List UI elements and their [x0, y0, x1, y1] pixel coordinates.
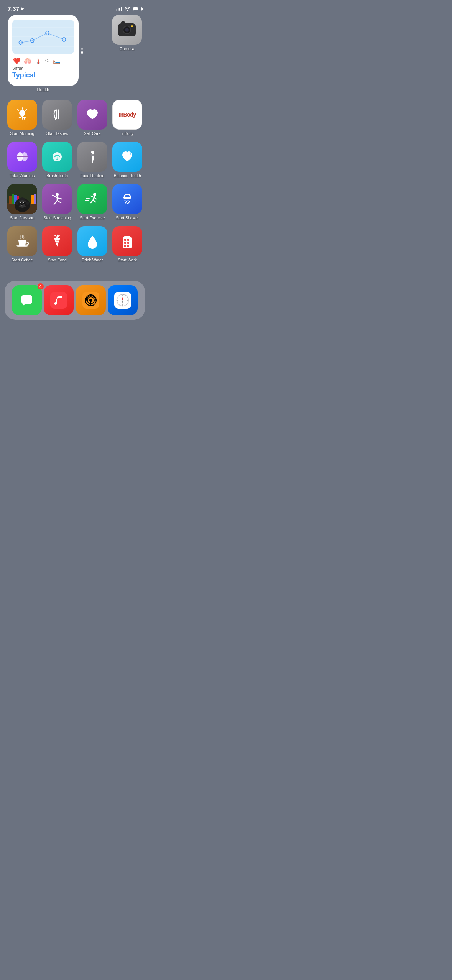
app-drink-water[interactable]: Drink Water	[76, 226, 108, 262]
music-icon[interactable]	[44, 285, 74, 315]
start-dishes-label: Start Dishes	[46, 131, 68, 136]
start-work-icon[interactable]	[112, 226, 142, 256]
svg-rect-35	[31, 195, 34, 204]
app-start-jackson[interactable]: Start Jackson	[6, 184, 38, 220]
svg-rect-31	[9, 196, 12, 204]
svg-line-55	[54, 201, 57, 204]
app-start-morning[interactable]: Start Morning	[6, 100, 38, 136]
take-vitamins-icon[interactable]	[7, 142, 37, 172]
svg-point-72	[127, 203, 128, 204]
location-icon: ▶	[21, 6, 24, 11]
dock-messages[interactable]: 4	[12, 285, 42, 315]
health-widget[interactable]: ❤️ 🫁 🌡️ O₂ 🛏️ Vitals Typical	[8, 15, 79, 86]
start-shower-label: Start Shower	[116, 215, 139, 220]
start-coffee-label: Start Coffee	[12, 258, 33, 262]
overcast-icon[interactable]	[76, 285, 106, 315]
svg-line-9	[18, 109, 19, 110]
app-self-care[interactable]: Self Care	[76, 100, 108, 136]
page-dots	[81, 48, 83, 54]
svg-rect-27	[91, 155, 94, 156]
svg-point-46	[21, 204, 23, 205]
svg-line-10	[26, 109, 27, 110]
start-dishes-icon[interactable]	[42, 100, 72, 130]
start-shower-icon[interactable]	[112, 184, 142, 214]
svg-rect-79	[127, 239, 129, 241]
svg-line-59	[91, 196, 94, 197]
app-start-dishes[interactable]: Start Dishes	[41, 100, 74, 136]
start-morning-icon[interactable]	[7, 100, 37, 130]
balance-health-icon[interactable]: g	[112, 142, 142, 172]
widget-status: Typical	[12, 71, 74, 79]
svg-line-60	[94, 197, 96, 199]
svg-line-61	[91, 200, 93, 203]
svg-rect-32	[12, 194, 14, 204]
drink-water-icon[interactable]	[77, 226, 107, 256]
app-take-vitamins[interactable]: Take Vitamins	[6, 142, 38, 178]
svg-line-54	[57, 198, 62, 199]
app-inbody[interactable]: InBody InBody	[112, 100, 144, 136]
brush-teeth-label: Brush Teeth	[46, 173, 68, 178]
start-food-icon[interactable]	[42, 226, 72, 256]
status-bar: 7:37 ▶	[0, 0, 150, 15]
battery-icon	[133, 7, 142, 11]
widget-icons: ❤️ 🫁 🌡️ O₂ 🛏️	[12, 57, 74, 64]
health-graph	[12, 20, 74, 54]
temp-icon: 🌡️	[35, 57, 42, 64]
svg-rect-84	[124, 236, 130, 238]
dock-safari[interactable]	[108, 285, 138, 315]
inbody-icon[interactable]: InBody	[112, 100, 142, 130]
start-exercise-label: Start Exercise	[80, 215, 105, 220]
status-right	[116, 7, 142, 11]
drink-water-label: Drink Water	[82, 258, 103, 262]
app-start-shower[interactable]: Start Shower	[112, 184, 144, 220]
app-start-food[interactable]: Start Food	[41, 226, 74, 262]
page-dot-2	[81, 51, 83, 54]
dock: 4	[5, 281, 145, 320]
svg-rect-78	[124, 239, 126, 241]
svg-point-44	[20, 202, 21, 203]
svg-line-62	[93, 200, 95, 202]
self-care-icon[interactable]	[77, 100, 107, 130]
svg-rect-83	[127, 245, 129, 247]
start-exercise-icon[interactable]	[77, 184, 107, 214]
svg-point-49	[15, 202, 18, 205]
svg-point-45	[23, 202, 24, 203]
svg-point-70	[129, 201, 130, 202]
app-start-work[interactable]: Start Work	[112, 226, 144, 262]
safari-icon[interactable]	[108, 285, 138, 315]
app-start-coffee[interactable]: Start Coffee	[6, 226, 38, 262]
brush-teeth-icon[interactable]	[42, 142, 72, 172]
svg-rect-36	[34, 194, 36, 204]
svg-rect-80	[124, 242, 126, 244]
balance-health-label: Balance Health	[114, 173, 141, 178]
svg-point-73	[128, 202, 130, 204]
camera-app[interactable]: Camera	[112, 15, 142, 51]
self-care-label: Self Care	[84, 131, 101, 136]
camera-icon[interactable]	[112, 15, 142, 45]
face-routine-label: Face Routine	[81, 173, 104, 178]
dock-overcast[interactable]	[76, 285, 106, 315]
start-coffee-icon[interactable]	[7, 226, 37, 256]
svg-point-69	[128, 200, 129, 201]
face-routine-icon[interactable]	[77, 142, 107, 172]
svg-text:g: g	[130, 151, 131, 155]
svg-point-21	[57, 158, 58, 159]
app-balance-health[interactable]: g Balance Health	[112, 142, 144, 178]
svg-point-71	[125, 202, 127, 204]
svg-rect-26	[91, 154, 94, 155]
page-dot-1	[81, 48, 83, 50]
start-jackson-icon[interactable]	[7, 184, 37, 214]
time-display: 7:37	[8, 5, 19, 12]
dock-music[interactable]	[44, 285, 74, 315]
app-face-routine[interactable]: Face Routine	[76, 142, 108, 178]
lungs-icon: 🫁	[24, 57, 31, 64]
svg-point-68	[126, 201, 127, 202]
messages-icon[interactable]	[12, 285, 42, 315]
start-stretching-icon[interactable]	[42, 184, 72, 214]
app-brush-teeth[interactable]: Brush Teeth	[41, 142, 74, 178]
app-grid: Start Morning Start Dishes Self Care	[6, 100, 143, 262]
svg-point-50	[26, 202, 29, 205]
app-start-stretching[interactable]: Start Stretching	[41, 184, 74, 220]
health-widget-wrapper[interactable]: ❤️ 🫁 🌡️ O₂ 🛏️ Vitals Typical Health	[8, 15, 79, 92]
app-start-exercise[interactable]: Start Exercise	[76, 184, 108, 220]
